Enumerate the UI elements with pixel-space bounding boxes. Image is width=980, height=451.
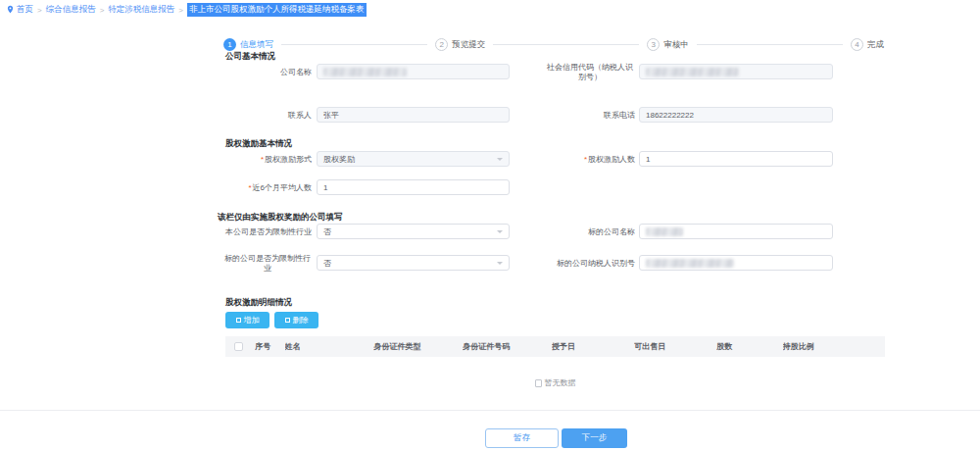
section-title-company: 公司基本情况 (225, 51, 275, 63)
target-tax-id-label: 标的公司纳税人识别号 (545, 259, 635, 269)
credit-code-label: 社会信用代码（纳税人识别号） (545, 63, 635, 82)
add-icon (236, 318, 241, 323)
save-draft-button[interactable]: 暂存 (485, 428, 559, 448)
contact-person-value: 张平 (323, 110, 339, 121)
chevron-down-icon (497, 230, 503, 233)
column-id-type: 身份证件类型 (373, 341, 463, 352)
steps-bar: 1 信息填写 2 预览提交 3 审核中 4 完成 (223, 38, 884, 51)
column-shares: 股数 (716, 341, 782, 352)
self-restricted-value: 否 (323, 226, 331, 237)
section-title-incentive: 股权激励基本情况 (225, 138, 292, 150)
page: 首页 > 综合信息报告 > 特定涉税信息报告 > 非上市公司股权激励个人所得税递… (0, 0, 980, 451)
target-restricted-select[interactable]: 否 (317, 255, 510, 271)
step-label: 审核中 (663, 39, 689, 51)
empty-state: 暂无数据 (225, 377, 885, 389)
step-number: 4 (851, 38, 863, 51)
self-restricted-select[interactable]: 否 (317, 224, 510, 239)
step-connector (281, 44, 427, 45)
contact-phone-label: 联系电话 (545, 111, 635, 121)
step-1: 1 信息填写 (223, 38, 273, 51)
step-label: 完成 (867, 39, 884, 51)
target-company-name-input[interactable] (639, 224, 833, 239)
empty-text: 暂无数据 (545, 377, 576, 388)
section-title-detail: 股权激励明细情况 (225, 297, 292, 309)
column-ratio: 持股比例 (783, 341, 882, 352)
add-button[interactable]: 增加 (225, 312, 270, 328)
incentive-form-select: 股权奖励 (317, 151, 510, 167)
incentive-people-value: 1 (646, 155, 650, 164)
breadcrumb-separator: > (100, 6, 105, 15)
column-grant-date: 授予日 (552, 341, 634, 352)
avg-people-value: 1 (323, 183, 327, 192)
contact-phone-input: 18622222222 (639, 107, 833, 123)
footer-divider (0, 410, 980, 411)
target-company-name-label: 标的公司名称 (545, 227, 635, 237)
contact-person-label: 联系人 (223, 111, 312, 121)
required-mark: * (248, 183, 251, 192)
credit-code-input (639, 64, 833, 79)
incentive-form-value: 股权奖励 (323, 154, 355, 165)
company-name-label: 公司名称 (223, 68, 312, 77)
required-mark: * (261, 155, 264, 164)
breadcrumb-item-link[interactable]: 综合信息报告 (46, 4, 96, 16)
step-3: 3 审核中 (647, 38, 689, 51)
contact-phone-value: 18622222222 (646, 111, 694, 120)
chevron-down-icon (497, 262, 503, 265)
step-number: 1 (223, 38, 236, 51)
section-title-award: 该栏仅由实施股权奖励的公司填写 (218, 212, 343, 224)
avg-people-input[interactable]: 1 (317, 179, 510, 195)
location-pin-icon (6, 1, 15, 19)
incentive-people-label: *股权激励人数 (545, 155, 635, 165)
breadcrumb-separator: > (178, 6, 183, 15)
no-data-icon (535, 379, 542, 387)
target-tax-id-input[interactable] (639, 255, 833, 271)
column-index: 序号 (255, 341, 284, 352)
breadcrumb-current: 非上市公司股权激励个人所得税递延纳税备案表 (187, 3, 367, 17)
step-2: 2 预览提交 (435, 38, 485, 51)
select-all-cell (225, 342, 255, 351)
step-connector (493, 44, 639, 45)
redacted-value (646, 68, 739, 76)
breadcrumb-item-link[interactable]: 特定涉税信息报告 (108, 4, 174, 16)
self-restricted-label: 本公司是否为限制性行业 (223, 227, 312, 237)
required-mark: * (584, 155, 587, 164)
step-connector (697, 44, 843, 45)
step-number: 3 (647, 38, 660, 51)
target-restricted-label: 标的公司是否为限制性行业 (223, 254, 312, 274)
step-number: 2 (435, 38, 448, 51)
redacted-value (646, 259, 734, 268)
column-sellable-date: 可出售日 (634, 341, 716, 352)
column-id-number: 身份证件号码 (463, 341, 552, 352)
next-step-button[interactable]: 下一步 (562, 428, 627, 448)
breadcrumb: 首页 > 综合信息报告 > 特定涉税信息报告 > 非上市公司股权激励个人所得税递… (6, 4, 367, 16)
delete-button[interactable]: 删除 (274, 312, 318, 328)
select-all-checkbox[interactable] (234, 342, 243, 351)
detail-table-header: 序号 姓名 身份证件类型 身份证件号码 授予日 可出售日 股数 持股比例 (225, 336, 885, 357)
incentive-form-label: *股权激励形式 (223, 155, 312, 165)
company-name-input (317, 64, 510, 79)
step-4: 4 完成 (851, 38, 884, 51)
target-restricted-value: 否 (323, 258, 331, 269)
delete-icon (285, 318, 290, 323)
step-label: 信息填写 (240, 39, 273, 51)
breadcrumb-separator: > (37, 6, 42, 15)
avg-people-label: *近6个月平均人数 (223, 183, 312, 193)
chevron-down-icon (497, 158, 503, 161)
breadcrumb-home-link[interactable]: 首页 (17, 4, 33, 16)
column-name: 姓名 (285, 341, 374, 352)
redacted-value (646, 227, 683, 236)
step-label: 预览提交 (452, 39, 485, 51)
contact-person-input: 张平 (317, 107, 510, 123)
redacted-value (323, 68, 407, 76)
incentive-people-input[interactable]: 1 (639, 151, 833, 167)
